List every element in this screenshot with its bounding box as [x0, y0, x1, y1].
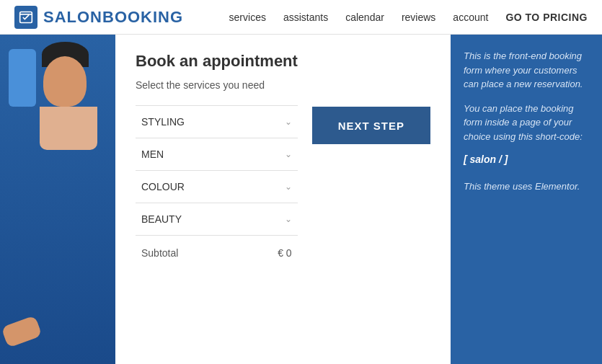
- hand-graphic: [1, 315, 42, 347]
- chevron-down-icon-men: ⌄: [285, 149, 292, 159]
- booking-panel: Book an appointment Select the services …: [115, 35, 451, 364]
- header: SALONBOOKING services assistants calenda…: [0, 0, 602, 35]
- elementor-note: This theme uses Elementor.: [464, 179, 589, 194]
- person-graphic: [29, 42, 108, 143]
- main-content: Book an appointment Select the services …: [0, 35, 602, 364]
- shortcode-block: [ salon / ]: [464, 154, 589, 165]
- booking-title: Book an appointment: [136, 52, 430, 71]
- service-label-men: MEN: [141, 148, 164, 160]
- service-item-men[interactable]: MEN ⌄: [136, 138, 298, 171]
- services-list: STYLING ⌄ MEN ⌄ COLOUR ⌄ BEAUTY ⌄: [136, 105, 298, 262]
- subtotal-label: Subtotal: [141, 247, 178, 259]
- info-panel: This is the front-end booking form where…: [451, 35, 602, 364]
- person-body: [40, 107, 97, 150]
- logo-area: SALONBOOKING: [14, 6, 183, 29]
- service-item-colour[interactable]: COLOUR ⌄: [136, 171, 298, 203]
- logo-text: SALONBOOKING: [43, 8, 183, 27]
- service-label-beauty: BEAUTY: [141, 213, 182, 225]
- chevron-down-icon-styling: ⌄: [285, 117, 292, 127]
- person-head: [43, 56, 87, 107]
- subtotal-value: € 0: [278, 247, 291, 259]
- next-step-button[interactable]: NEXT STEP: [312, 107, 430, 144]
- service-label-colour: COLOUR: [141, 181, 185, 192]
- hero-image: [0, 35, 115, 364]
- booking-form: Book an appointment Select the services …: [115, 35, 451, 364]
- booking-subtitle: Select the services you need: [136, 79, 430, 91]
- service-item-styling[interactable]: STYLING ⌄: [136, 105, 298, 138]
- nav-account[interactable]: account: [453, 12, 488, 23]
- services-row: STYLING ⌄ MEN ⌄ COLOUR ⌄ BEAUTY ⌄: [136, 105, 430, 262]
- go-to-pricing-button[interactable]: GO TO PRICING: [505, 12, 588, 23]
- service-item-beauty[interactable]: BEAUTY ⌄: [136, 203, 298, 236]
- nav-reviews[interactable]: reviews: [402, 12, 435, 23]
- subtotal-row: Subtotal € 0: [136, 236, 298, 262]
- nav-services[interactable]: services: [229, 12, 266, 23]
- logo-icon: [14, 6, 37, 29]
- chevron-down-icon-beauty: ⌄: [285, 214, 292, 224]
- service-label-styling: STYLING: [141, 116, 185, 128]
- nav-calendar[interactable]: calendar: [345, 12, 384, 23]
- main-nav: services assistants calendar reviews acc…: [229, 12, 588, 23]
- nav-assistants[interactable]: assistants: [283, 12, 328, 23]
- info-shortcode-hint: You can place the booking form inside a …: [464, 102, 589, 144]
- info-description: This is the front-end booking form where…: [464, 49, 589, 92]
- chevron-down-icon-colour: ⌄: [285, 182, 292, 192]
